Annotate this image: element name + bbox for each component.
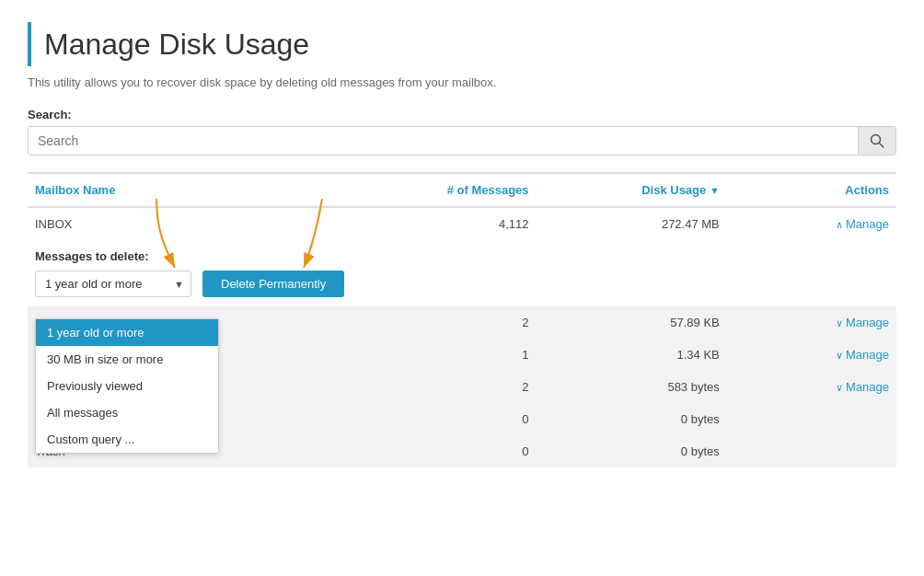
trash-messages: 0 [324, 435, 536, 467]
mailbox-table: Mailbox Name # of Messages Disk Usage ▼ … [28, 172, 896, 467]
table-header-row: Mailbox Name # of Messages Disk Usage ▼ … [28, 173, 896, 207]
chevron-up-icon [836, 217, 843, 231]
row2-disk: 57.89 KB [537, 306, 727, 339]
col-header-actions: Actions [727, 173, 896, 207]
dropdown-option-30mb[interactable]: 30 MB in size or more [36, 346, 218, 373]
trash-actions [727, 435, 896, 467]
inbox-name: INBOX [28, 207, 324, 240]
row3-actions: Manage [727, 339, 896, 371]
row3-disk: 1.34 KB [537, 339, 727, 371]
row2-manage-link[interactable]: Manage [836, 316, 889, 329]
col-header-messages: # of Messages [324, 173, 536, 207]
chevron-down-icon-3 [836, 348, 843, 362]
inbox-manage-link[interactable]: Manage [836, 217, 889, 231]
dropdown-wrapper: 1 year old or more 30 MB in size or more… [35, 271, 191, 297]
trash-disk: 0 bytes [537, 435, 727, 467]
archive-actions [727, 403, 896, 435]
search-input[interactable] [29, 127, 858, 155]
drafts-actions: Manage [727, 371, 896, 403]
row3-manage-link[interactable]: Manage [836, 348, 889, 362]
page-title-bar: Manage Disk Usage [28, 22, 896, 66]
table-row-inbox: INBOX 4,112 272.47 MB Manage [28, 207, 896, 240]
search-label: Search: [28, 108, 896, 121]
row3-messages: 1 [324, 339, 536, 371]
inbox-expanded-cell: Messages to delete: 1 year old or more 3… [28, 240, 896, 306]
inbox-expanded-row: Messages to delete: 1 year old or more 3… [28, 240, 896, 306]
delete-permanently-button[interactable]: Delete Permanently [202, 271, 344, 297]
inbox-actions: Manage [727, 207, 896, 240]
search-section: Search: [28, 108, 896, 156]
page-title: Manage Disk Usage [44, 28, 309, 62]
chevron-down-icon-2 [836, 316, 843, 329]
sort-desc-icon: ▼ [710, 185, 720, 196]
svg-line-1 [880, 144, 884, 148]
inbox-messages: 4,112 [324, 207, 536, 240]
row2-messages: 2 [324, 306, 536, 339]
dropdown-option-all[interactable]: All messages [36, 399, 218, 426]
col-header-name: Mailbox Name [28, 173, 324, 207]
search-bar [28, 126, 896, 156]
delete-criteria-select[interactable]: 1 year old or more 30 MB in size or more… [35, 271, 191, 297]
search-button[interactable] [858, 127, 895, 155]
dropdown-open-overlay: 1 year old or more 30 MB in size or more… [35, 318, 219, 454]
search-icon [870, 133, 884, 148]
messages-to-delete-label: Messages to delete: [35, 249, 889, 263]
col-header-disk: Disk Usage ▼ [537, 173, 727, 207]
archive-disk: 0 bytes [537, 403, 727, 435]
dropdown-option-custom[interactable]: Custom query ... [36, 426, 218, 453]
row2-actions: Manage [727, 306, 896, 339]
dropdown-option-viewed[interactable]: Previously viewed [36, 373, 218, 399]
page-subtitle: This utility allows you to recover disk … [28, 75, 896, 89]
inbox-disk: 272.47 MB [537, 207, 727, 240]
drafts-disk: 583 bytes [537, 371, 727, 403]
title-accent [28, 22, 31, 66]
delete-controls: 1 year old or more 30 MB in size or more… [35, 271, 889, 297]
drafts-messages: 2 [324, 371, 536, 403]
drafts-manage-link[interactable]: Manage [836, 380, 889, 394]
chevron-down-icon-drafts [836, 380, 843, 394]
dropdown-option-1year[interactable]: 1 year old or more [36, 319, 218, 346]
archive-messages: 0 [324, 403, 536, 435]
